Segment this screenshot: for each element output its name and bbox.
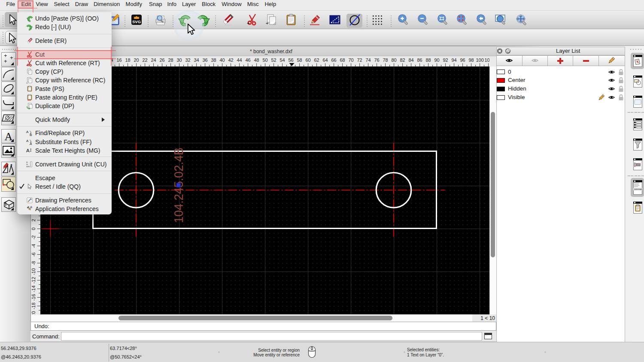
svg-text:+: +: [26, 63, 28, 66]
svg-text:0: 0: [31, 227, 36, 230]
svg-text:-20: -20: [31, 311, 36, 314]
svg-text:A: A: [5, 130, 13, 143]
svg-text:-16: -16: [31, 294, 36, 301]
svg-text:-8: -8: [31, 261, 36, 265]
svg-text:+: +: [4, 58, 7, 64]
svg-text:command: command: [634, 188, 642, 190]
svg-text:-4: -4: [31, 244, 36, 248]
svg-text:A: A: [26, 148, 30, 153]
svg-text:2: 2: [31, 219, 36, 221]
svg-text:A: A: [26, 139, 29, 143]
svg-text:-18: -18: [31, 302, 36, 309]
svg-text:-12: -12: [31, 277, 36, 284]
svg-text:+: +: [26, 81, 28, 84]
svg-text:SVG: SVG: [132, 19, 140, 24]
svg-text:+: +: [247, 21, 249, 26]
svg-text:-10: -10: [31, 268, 36, 275]
svg-text:-2: -2: [31, 235, 36, 240]
svg-text:-6: -6: [31, 253, 36, 257]
svg-text:mm: mm: [26, 166, 30, 168]
svg-text:+: +: [266, 21, 268, 26]
svg-text:A: A: [26, 130, 29, 134]
svg-text:-14: -14: [31, 285, 36, 292]
svg-text:+: +: [10, 54, 13, 61]
